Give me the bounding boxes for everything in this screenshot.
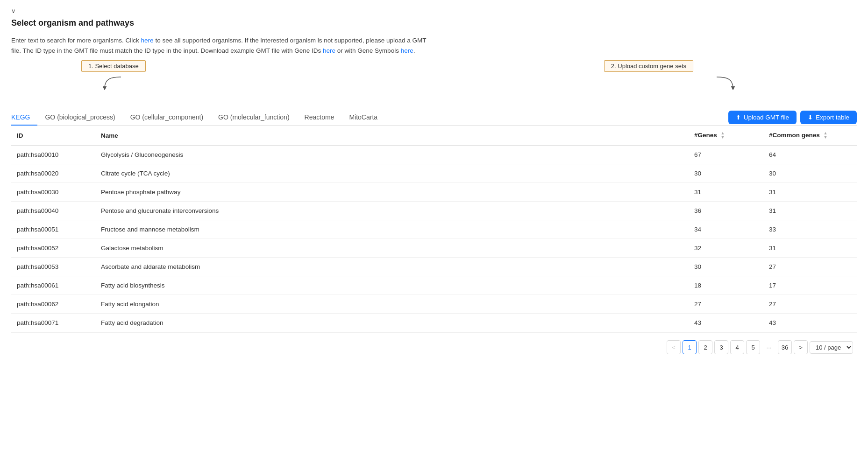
data-table: ID Name #Genes ▲▼ #Common genes ▲▼ path:… — [11, 126, 857, 332]
tabs-row: KEGG GO (biological_process) GO (cellula… — [11, 91, 857, 126]
table-row: path:hsa00053 Ascorbate and aldarate met… — [11, 258, 857, 276]
cell-name: Glycolysis / Gluconeogenesis — [95, 146, 689, 164]
col-header-genes[interactable]: #Genes ▲▼ — [689, 126, 763, 146]
export-icon: ⬇ — [808, 114, 813, 121]
cell-name: Fatty acid degradation — [95, 314, 689, 332]
cell-name: Citrate cycle (TCA cycle) — [95, 164, 689, 183]
cell-genes: 32 — [689, 239, 763, 258]
cell-common-genes: 43 — [763, 314, 857, 332]
cell-common-genes: 27 — [763, 295, 857, 314]
col-header-common-genes[interactable]: #Common genes ▲▼ — [763, 126, 857, 146]
cell-genes: 30 — [689, 258, 763, 276]
cell-common-genes: 31 — [763, 202, 857, 220]
table-row: path:hsa00010 Glycolysis / Gluconeogenes… — [11, 146, 857, 164]
cell-id: path:hsa00010 — [11, 146, 95, 164]
cell-name: Pentose phosphate pathway — [95, 183, 689, 202]
col-header-id: ID — [11, 126, 95, 146]
tab-mitocarta[interactable]: MitoCarta — [342, 110, 385, 126]
cell-id: path:hsa00052 — [11, 239, 95, 258]
tab-go-biological[interactable]: GO (biological_process) — [37, 110, 122, 126]
page-size-select[interactable]: 10 / page 20 / page 50 / page — [810, 341, 853, 354]
chevron-down-icon: ∨ — [11, 7, 16, 14]
cell-common-genes: 31 — [763, 183, 857, 202]
cell-id: path:hsa00053 — [11, 258, 95, 276]
cell-genes: 31 — [689, 183, 763, 202]
cell-name: Pentose and glucuronate interconversions — [95, 202, 689, 220]
cell-id: path:hsa00040 — [11, 202, 95, 220]
cell-id: path:hsa00071 — [11, 314, 95, 332]
upload-gmt-button[interactable]: ⬆ Upload GMT file — [728, 111, 797, 124]
page-btn-36[interactable]: 36 — [778, 340, 792, 354]
page-title: Select organism and pathways — [11, 18, 857, 28]
export-table-button[interactable]: ⬇ Export table — [800, 111, 857, 124]
cell-genes: 36 — [689, 202, 763, 220]
next-page-button[interactable]: > — [794, 340, 808, 354]
cell-name: Ascorbate and aldarate metabolism — [95, 258, 689, 276]
pagination-row: < 1 2 3 4 5 ··· 36 > 10 / page 20 / page… — [11, 332, 857, 362]
table-row: path:hsa00061 Fatty acid biosynthesis 18… — [11, 276, 857, 295]
cell-common-genes: 27 — [763, 258, 857, 276]
annotation-box-upload: 2. Upload custom gene sets — [604, 60, 693, 72]
tab-go-molecular[interactable]: GO (molecular_function) — [211, 110, 297, 126]
table-row: path:hsa00030 Pentose phosphate pathway … — [11, 183, 857, 202]
table-row: path:hsa00052 Galactose metabolism 32 31 — [11, 239, 857, 258]
table-row: path:hsa00040 Pentose and glucuronate in… — [11, 202, 857, 220]
cell-common-genes: 33 — [763, 220, 857, 239]
page-btn-4[interactable]: 4 — [730, 340, 744, 354]
cell-id: path:hsa00061 — [11, 276, 95, 295]
page-btn-3[interactable]: 3 — [714, 340, 728, 354]
cell-genes: 43 — [689, 314, 763, 332]
here-link-gene-ids[interactable]: here — [323, 47, 335, 54]
annotation-box-select-db: 1. Select database — [81, 60, 146, 72]
cell-id: path:hsa00051 — [11, 220, 95, 239]
cell-genes: 18 — [689, 276, 763, 295]
tab-kegg[interactable]: KEGG — [11, 110, 37, 126]
table-row: path:hsa00020 Citrate cycle (TCA cycle) … — [11, 164, 857, 183]
prev-page-button[interactable]: < — [667, 340, 681, 354]
table-row: path:hsa00071 Fatty acid degradation 43 … — [11, 314, 857, 332]
tab-go-cellular[interactable]: GO (cellular_component) — [123, 110, 211, 126]
cell-common-genes: 64 — [763, 146, 857, 164]
here-link-gene-symbols[interactable]: here — [401, 47, 413, 54]
arrow-2 — [698, 76, 735, 90]
cell-genes: 67 — [689, 146, 763, 164]
here-link-organisms[interactable]: here — [141, 37, 154, 44]
cell-genes: 34 — [689, 220, 763, 239]
cell-genes: 27 — [689, 295, 763, 314]
description-text: Enter text to search for more organisms.… — [11, 35, 432, 56]
page-dots: ··· — [762, 340, 776, 354]
cell-id: path:hsa00062 — [11, 295, 95, 314]
cell-name: Fatty acid biosynthesis — [95, 276, 689, 295]
cell-genes: 30 — [689, 164, 763, 183]
table-row: path:hsa00062 Fatty acid elongation 27 2… — [11, 295, 857, 314]
cell-name: Fructose and mannose metabolism — [95, 220, 689, 239]
cell-id: path:hsa00030 — [11, 183, 95, 202]
page-btn-5[interactable]: 5 — [746, 340, 760, 354]
cell-common-genes: 31 — [763, 239, 857, 258]
arrow-1 — [102, 76, 130, 90]
cell-common-genes: 30 — [763, 164, 857, 183]
tab-reactome[interactable]: Reactome — [297, 110, 342, 126]
sort-icon-common-genes: ▲▼ — [824, 131, 828, 140]
page-btn-2[interactable]: 2 — [698, 340, 712, 354]
table-row: path:hsa00051 Fructose and mannose metab… — [11, 220, 857, 239]
page-btn-1[interactable]: 1 — [683, 340, 697, 354]
collapse-button[interactable]: ∨ — [11, 7, 857, 14]
table-header-row: ID Name #Genes ▲▼ #Common genes ▲▼ — [11, 126, 857, 146]
cell-name: Fatty acid elongation — [95, 295, 689, 314]
cell-id: path:hsa00020 — [11, 164, 95, 183]
sort-icon-genes: ▲▼ — [721, 131, 725, 140]
upload-icon: ⬆ — [736, 114, 741, 121]
cell-common-genes: 17 — [763, 276, 857, 295]
col-header-name: Name — [95, 126, 689, 146]
cell-name: Galactose metabolism — [95, 239, 689, 258]
